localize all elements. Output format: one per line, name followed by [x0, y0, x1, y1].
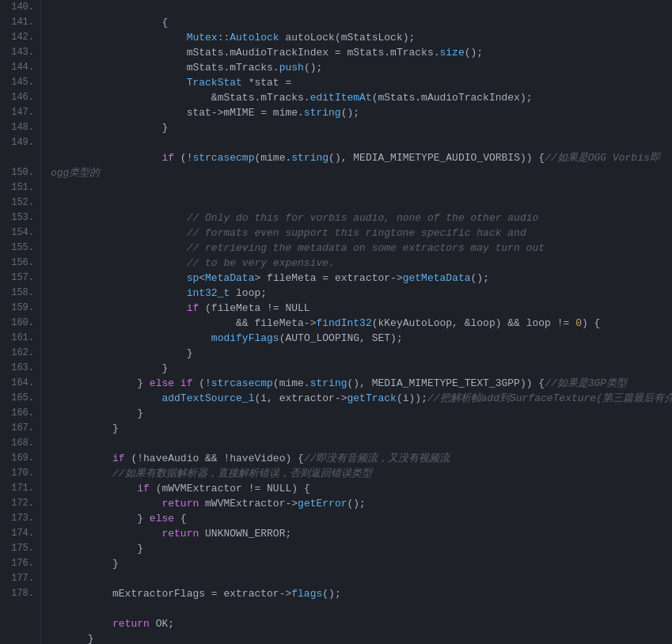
ln-175: 175.	[6, 541, 34, 556]
code-line-166: if (!haveAudio && !haveVideo) {//即没有音频流，…	[51, 436, 672, 451]
ln-159: 159.	[6, 301, 34, 316]
ln-144: 144.	[6, 60, 34, 75]
ln-172: 172.	[6, 496, 34, 511]
ln-165: 165.	[6, 391, 34, 406]
ln-177: 177.	[6, 571, 34, 586]
ln-143: 143.	[6, 45, 34, 60]
line-numbers: 140. 141. 142. 143. 144. 145. 146. 147. …	[0, 0, 41, 644]
ln-148: 148.	[6, 120, 34, 135]
ln-156: 156.	[6, 256, 34, 271]
ln-178: 178.	[6, 586, 34, 601]
ln-145: 145.	[6, 75, 34, 90]
ln-147: 147.	[6, 105, 34, 120]
code-line-174	[51, 556, 672, 571]
code-line-164: }	[51, 406, 672, 421]
ln-153: 153.	[6, 210, 34, 225]
ln-140: 140.	[6, 0, 34, 15]
ln-170: 170.	[6, 466, 34, 481]
ln-154: 154.	[6, 225, 34, 241]
ln-161: 161.	[6, 331, 34, 346]
ln-151: 151.	[6, 180, 34, 195]
ln-160: 160.	[6, 316, 34, 331]
ln-149: 149.	[6, 135, 34, 150]
ln-149b: …	[6, 150, 34, 165]
ln-157: 157.	[6, 271, 34, 286]
ln-168: 168.	[6, 436, 34, 451]
code-line-150: // Only do this for vorbis audio, none o…	[51, 195, 672, 210]
ln-155: 155.	[6, 241, 34, 256]
ln-176: 176.	[6, 556, 34, 571]
ln-166: 166.	[6, 406, 34, 421]
code-line-177: return OK;	[51, 601, 672, 616]
code-text[interactable]: { Mutex::Autolock autoLock(mStatsLock); …	[41, 0, 672, 644]
code-editor: 140. 141. 142. 143. 144. 145. 146. 147. …	[0, 0, 672, 644]
ln-162: 162.	[6, 346, 34, 361]
ln-152: 152.	[6, 195, 34, 210]
ln-146: 146.	[6, 90, 34, 105]
ln-141: 141.	[6, 15, 34, 30]
ln-173: 173.	[6, 511, 34, 526]
ln-171: 171.	[6, 481, 34, 496]
ln-169: 169.	[6, 451, 34, 466]
ln-167: 167.	[6, 421, 34, 436]
ln-174: 174.	[6, 526, 34, 541]
code-line-165	[51, 421, 672, 436]
code-line-175: mExtractorFlags = extractor->flags();	[51, 571, 672, 586]
ln-163: 163.	[6, 361, 34, 376]
code-line-140: {	[51, 0, 672, 15]
code-line-173: }	[51, 541, 672, 556]
code-line-149: if (!strcasecmp(mime.string(), MEDIA_MIM…	[51, 135, 672, 195]
ln-158: 158.	[6, 286, 34, 301]
ln-142: 142.	[6, 30, 34, 45]
ln-164: 164.	[6, 376, 34, 391]
ln-150: 150.	[6, 165, 34, 180]
